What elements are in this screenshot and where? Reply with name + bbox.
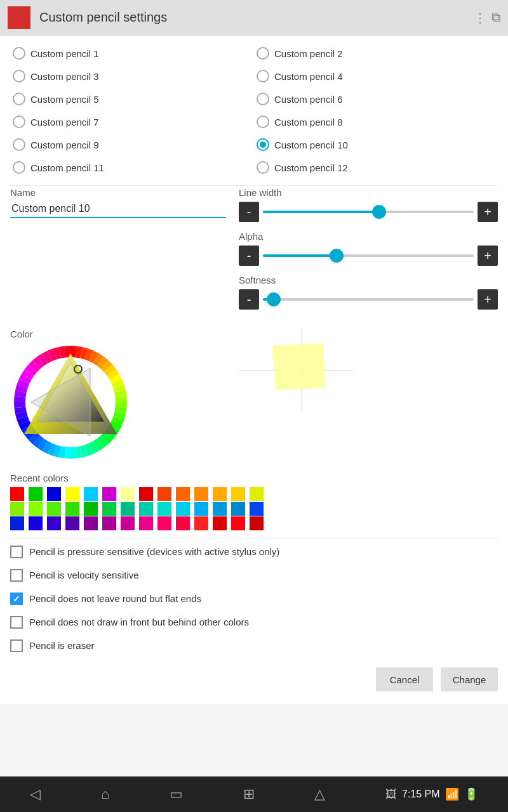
radio-label-2: Custom pencil 2 — [274, 48, 343, 59]
color-swatch[interactable] — [84, 502, 98, 516]
color-wheel-container[interactable] — [10, 342, 131, 462]
color-swatch[interactable] — [213, 516, 227, 530]
checkbox-row-velocity[interactable]: Pencil is velocity sensitive — [10, 563, 498, 587]
radio-item-pencil-3[interactable]: Custom pencil 3 — [10, 66, 254, 86]
checkbox-row-flat_ends[interactable]: Pencil does not leave round but flat end… — [10, 587, 498, 610]
color-swatch[interactable] — [29, 502, 43, 516]
menu-icon[interactable]: △ — [314, 786, 325, 802]
color-swatch[interactable] — [194, 516, 208, 530]
color-swatch[interactable] — [65, 487, 79, 501]
alpha-plus[interactable]: + — [478, 246, 498, 266]
color-swatch[interactable] — [194, 502, 208, 516]
color-swatch[interactable] — [84, 516, 98, 530]
color-wheel[interactable] — [10, 342, 131, 462]
radio-item-pencil-4[interactable]: Custom pencil 4 — [254, 66, 498, 86]
window-icon[interactable]: ⧉ — [491, 10, 500, 25]
color-swatch[interactable] — [176, 516, 190, 530]
radio-circle-8 — [257, 115, 269, 128]
radio-item-pencil-12[interactable]: Custom pencil 12 — [254, 157, 498, 178]
radio-item-pencil-9[interactable]: Custom pencil 9 — [10, 134, 254, 155]
radio-item-pencil-6[interactable]: Custom pencil 6 — [254, 89, 498, 109]
checkbox-row-eraser[interactable]: Pencil is eraser — [10, 634, 498, 657]
color-swatch[interactable] — [157, 487, 171, 501]
checkbox-label-flat_ends: Pencil does not leave round but flat end… — [29, 592, 201, 605]
radio-circle-1 — [13, 47, 25, 60]
radio-label-8: Custom pencil 8 — [274, 117, 343, 128]
checkbox-row-pressure[interactable]: Pencil is pressure sensitive (devices wi… — [10, 540, 498, 563]
page-title: Custom pencil settings — [39, 10, 474, 25]
recents-icon[interactable]: ▭ — [170, 786, 183, 802]
color-label: Color — [10, 329, 226, 339]
color-swatch[interactable] — [250, 502, 264, 516]
back-icon[interactable]: ◁ — [30, 786, 41, 802]
softness-section: Softness - + — [239, 275, 498, 310]
color-swatch[interactable] — [139, 502, 153, 516]
color-swatch[interactable] — [231, 487, 245, 501]
color-swatch[interactable] — [47, 502, 61, 516]
line-width-minus[interactable]: - — [239, 202, 259, 222]
color-swatch[interactable] — [29, 516, 43, 530]
alpha-minus[interactable]: - — [239, 246, 259, 266]
color-swatch[interactable] — [10, 516, 24, 530]
qr-icon[interactable]: ⊞ — [243, 786, 255, 802]
color-swatch[interactable] — [250, 487, 264, 501]
color-swatch[interactable] — [250, 516, 264, 530]
name-label: Name — [10, 187, 226, 198]
radio-item-pencil-7[interactable]: Custom pencil 7 — [10, 112, 254, 132]
color-swatch[interactable] — [102, 487, 116, 501]
radio-item-pencil-8[interactable]: Custom pencil 8 — [254, 112, 498, 132]
color-swatch[interactable] — [176, 487, 190, 501]
color-swatch[interactable] — [121, 487, 135, 501]
radio-item-pencil-11[interactable]: Custom pencil 11 — [10, 157, 254, 178]
softness-minus[interactable]: - — [239, 289, 259, 310]
radio-item-pencil-5[interactable]: Custom pencil 5 — [10, 89, 254, 109]
home-icon[interactable]: ⌂ — [101, 786, 109, 802]
color-swatch[interactable] — [102, 502, 116, 516]
color-swatch[interactable] — [231, 502, 245, 516]
color-swatch[interactable] — [47, 516, 61, 530]
color-swatch[interactable] — [231, 516, 245, 530]
color-swatch[interactable] — [65, 516, 79, 530]
color-swatch[interactable] — [139, 516, 153, 530]
radio-label-4: Custom pencil 4 — [274, 71, 343, 82]
color-swatch[interactable] — [65, 502, 79, 516]
color-swatch[interactable] — [29, 487, 43, 501]
softness-plus[interactable]: + — [478, 289, 498, 310]
color-swatch[interactable] — [10, 502, 24, 516]
radio-item-pencil-10[interactable]: Custom pencil 10 — [254, 134, 498, 155]
cancel-button[interactable]: Cancel — [376, 667, 433, 691]
radio-item-pencil-1[interactable]: Custom pencil 1 — [10, 43, 254, 63]
radio-item-pencil-2[interactable]: Custom pencil 2 — [254, 43, 498, 63]
main-content: Custom pencil 1Custom pencil 2Custom pen… — [0, 36, 508, 704]
color-swatch[interactable] — [139, 487, 153, 501]
color-swatch[interactable] — [121, 502, 135, 516]
color-swatch[interactable] — [157, 502, 171, 516]
color-swatch[interactable] — [102, 516, 116, 530]
color-swatch[interactable] — [84, 487, 98, 501]
checkbox-row-behind[interactable]: Pencil does not draw in front but behind… — [10, 610, 498, 634]
color-swatch[interactable] — [47, 487, 61, 501]
color-swatch[interactable] — [10, 487, 24, 501]
name-input[interactable] — [10, 200, 226, 218]
checkbox-label-eraser: Pencil is eraser — [29, 639, 95, 652]
more-icon[interactable]: ⋮ — [474, 10, 486, 25]
color-swatch[interactable] — [213, 502, 227, 516]
radio-circle-11 — [13, 161, 25, 174]
color-swatch[interactable] — [157, 516, 171, 530]
color-swatch[interactable] — [176, 502, 190, 516]
nav-right: 🖼 7:15 PM 📶 🔋 — [385, 787, 478, 801]
radio-label-11: Custom pencil 11 — [30, 162, 104, 173]
radio-circle-7 — [13, 115, 25, 128]
softness-label: Softness — [239, 275, 498, 285]
color-swatch[interactable] — [213, 487, 227, 501]
line-width-plus[interactable]: + — [478, 202, 498, 222]
alpha-track[interactable] — [263, 254, 474, 257]
radio-label-7: Custom pencil 7 — [30, 117, 99, 128]
color-swatch[interactable] — [121, 516, 135, 530]
line-width-track[interactable] — [263, 211, 474, 213]
softness-track[interactable] — [263, 298, 474, 301]
change-button[interactable]: Change — [441, 667, 498, 691]
color-swatch[interactable] — [194, 487, 208, 501]
sliders-section: Line width - + Alpha - — [239, 187, 498, 318]
checkboxes-container: Pencil is pressure sensitive (devices wi… — [10, 540, 498, 657]
